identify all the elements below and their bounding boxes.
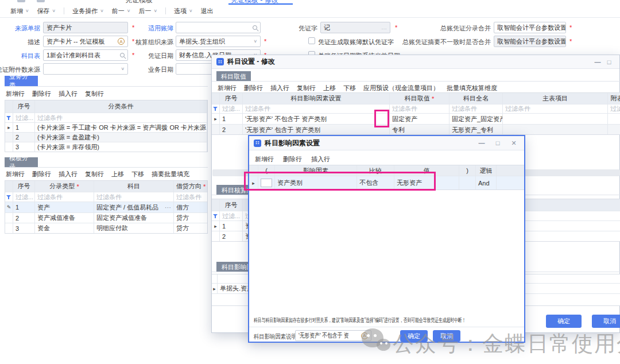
table-row[interactable]: ✎ 1 资产 固定资产 / 低值易耗品⋯ 借方 [5,202,207,213]
coa-field[interactable]: 1新会计准则科目表 [43,49,128,61]
org-source-select[interactable]: 单据头.货主组织∨ [176,36,261,47]
menu-options[interactable]: 选项∨ [174,7,193,16]
move-up-button[interactable]: 上移 [323,84,336,92]
tab-subject-value[interactable]: 科目取值 [216,71,251,82]
annotation-box-row [244,172,436,191]
tab-voucher-template[interactable]: 凭证模板 [125,0,153,5]
add-row-button[interactable]: 新增行 [218,84,237,92]
template-entries-toolbar: 新增行 删除行 插入行 复制行 上移 下移 摘要批量填充 [6,170,189,179]
menu-next[interactable]: 后一∨ [138,7,157,16]
copy-row-button[interactable]: 复制行 [297,84,316,92]
chevron-down-icon: ∨ [189,9,193,13]
coa-label: 科目表 [0,52,40,60]
batch-fill-summary-button[interactable]: 摘要批量填充 [152,170,189,179]
filter-row[interactable]: 过滤... 过滤条件 [5,113,207,123]
voucher-date-label: 凭证日期 [132,52,173,60]
kingdee-logo-icon: ∷ [254,140,261,147]
table-row[interactable]: ▸ 1 '无形资产' 不包含于 资产类别 固定资产 固定资产_固定资产 [212,114,620,125]
top-tab-strip: 凭证模板 凭证模板 - 修改 [0,0,620,5]
voucher-word-field[interactable]: 记… [320,22,390,33]
table-row[interactable]: 2 资产减值准备 固定资产减值准备 贷方 [5,213,207,223]
menu-previous[interactable]: 前一∨ [112,7,131,16]
batch-fill-dimension-button[interactable]: 批量填充核算维度 [447,84,497,92]
description-label: 描述 [0,38,40,47]
filter-icon [213,106,218,111]
merge-entries-select[interactable]: 取智能会计平台参数设置∨ [494,22,566,33]
default-voucher-word-checkbox[interactable] [308,37,315,44]
home-icon[interactable] [17,0,25,2]
factor-dialog-titlebar[interactable]: ∷ 科目影响因素设置 — □ ✕ [249,136,524,150]
required-mark: * [569,38,572,45]
add-row-button[interactable]: 新增行 [255,155,274,164]
insert-row-button[interactable]: 插入行 [311,155,330,164]
description-field[interactable]: 资产卡片 -- 凭证模板A [43,36,128,47]
menubar-divider [64,7,64,14]
copy-row-button[interactable]: 复制行 [85,90,104,98]
minimize-button[interactable]: — [592,59,603,65]
delete-row-button[interactable]: 删除行 [244,84,263,92]
table-row[interactable]: 3 资金 明细应付款 贷方 [5,223,207,234]
copy-row-button[interactable]: 复制行 [85,170,104,179]
menu-exit[interactable]: 退出 [201,7,214,16]
menu-new[interactable]: 新增∨ [10,7,29,16]
filter-row[interactable]: 过滤... 过滤条件 过滤条件 过滤条件 [5,192,207,202]
delete-row-button[interactable]: 删除行 [32,170,51,179]
maximize-button[interactable]: □ [603,59,615,65]
subject-dialog-titlebar[interactable]: ∷ 科目设置 - 修改 — □ [212,55,619,69]
ellipsis-icon[interactable]: … [381,25,387,30]
confirm-button[interactable]: 确定 [546,315,582,328]
source-bill-field[interactable]: 资产卡片 [43,22,128,33]
insert-row-button[interactable]: 插入行 [270,84,289,92]
table-row[interactable]: 2 (卡片来源 = 盘盈建卡) [5,133,207,142]
close-button[interactable]: ✕ [508,140,520,147]
move-down-button[interactable]: 下移 [131,170,144,179]
delete-row-button[interactable]: 删除行 [283,155,302,164]
move-down-button[interactable]: 下移 [343,84,356,92]
menubar-border [0,17,620,18]
insert-row-button[interactable]: 插入行 [59,90,78,98]
apply-preset-button[interactable]: 应用预设（现金流量项目） [363,84,439,92]
subject-grid-toolbar: 新增行 删除行 插入行 复制行 上移 下移 应用预设（现金流量项目） 批量填充核… [218,84,497,92]
main-menubar: 新增∨ 保存∨ 业务操作∨ 前一∨ 后一∨ 选项∨ 退出 [10,5,214,17]
tab-template-entries[interactable]: 模板分录 [5,157,38,168]
cancel-button[interactable]: 取消 [592,315,620,328]
chevron-down-icon: ∨ [121,67,125,71]
col-attach-item: 附表项目 [608,93,620,104]
table-row[interactable]: 3 (卡片来源 = 库存领用) [5,142,207,152]
move-up-button[interactable]: 上移 [111,170,124,179]
voucher-word-label: 凭证字 [278,24,317,33]
col-factor: 科目影响因素设置 [243,93,390,104]
current-row-icon: ▸ [7,125,10,130]
col-no: 序号 [13,181,35,192]
summary-merge-select[interactable]: 取智能会计平台参数设置∨ [494,36,566,47]
factor-warning-text: 科目与科目影响因素如存在较多行对照关系，建议“影响因素及值”选择“编码”进行设置… [254,316,466,324]
add-row-button[interactable]: 新增行 [6,90,25,98]
maximize-button[interactable]: □ [492,140,503,147]
attachment-source-select[interactable]: ∨ [43,63,128,75]
minimize-button[interactable]: — [476,140,487,147]
table-row[interactable]: 2 '无形资产' 包含于 资产类别 专利 无形资产_专利 [212,125,620,135]
search-icon[interactable] [253,25,257,30]
active-tab-underline [228,3,293,5]
table-row[interactable]: ▸ 1 (卡片来源 = 手工建卡 OR 卡片来源 = 资产调拨 OR 卡片来源 … [5,123,207,133]
menubar-divider [165,7,166,14]
menu-business-ops[interactable]: 业务操作∨ [72,7,104,16]
menu-save[interactable]: 保存∨ [37,7,56,16]
wechat-icon [362,328,387,351]
grid-icon[interactable] [37,0,45,2]
add-row-button[interactable]: 新增行 [6,170,25,179]
applicable-book-field[interactable] [176,22,261,33]
ellipsis-icon[interactable]: ⋯ [165,204,171,211]
search-icon[interactable] [120,53,125,57]
tab-business-class[interactable]: 业务分类 [5,76,38,86]
filter-row[interactable]: 过滤... 过滤条件 过滤条件 过滤条件 过滤条件 过滤条件 [212,104,620,114]
col-no: 序号 [220,93,243,104]
factor-desc-field[interactable]: '无形资产' 不包含于 资产类别 A [295,330,371,341]
business-class-table: 序号 分类条件 过滤... 过滤条件 ▸ 1 (卡片来源 = 手工建卡 OR 卡… [5,100,208,152]
chevron-down-icon: ∨ [253,39,257,44]
delete-row-button[interactable]: 删除行 [32,90,51,98]
insert-row-button[interactable]: 插入行 [59,170,78,179]
template-entries-table: 序号 分录类型 * 科目 借贷方向 * 过滤... 过滤条件 过滤条件 过滤条件… [5,180,208,234]
dialog-title: 科目设置 - 修改 [227,57,275,67]
factor-desc-label: 科目影响因素说明 [254,332,288,341]
